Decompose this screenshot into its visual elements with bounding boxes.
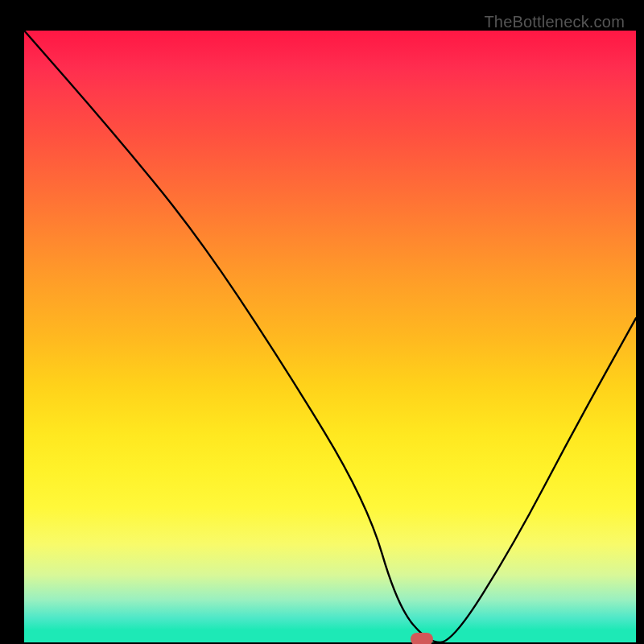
minimum-marker [411,633,433,644]
watermark-text: TheBottleneck.com [484,13,625,31]
chart-frame: TheBottleneck.com [8,8,636,636]
bottleneck-curve-path [24,31,636,642]
plot-area [24,31,636,642]
curve-svg [24,31,636,642]
